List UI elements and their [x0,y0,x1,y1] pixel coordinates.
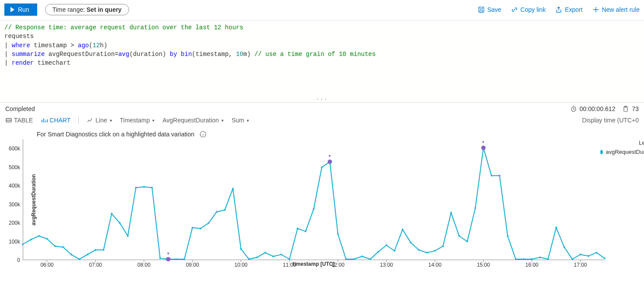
svg-point-23 [159,257,161,259]
svg-point-57 [434,250,436,252]
svg-point-8 [38,235,40,237]
measure-select[interactable]: AvgRequestDuration▾ [162,117,224,124]
tab-table[interactable]: TABLE [5,117,33,124]
svg-point-72 [555,227,557,229]
svg-point-79 [166,257,171,261]
x-tick: 08:00 [137,260,150,268]
y-tick: 500k [9,164,23,170]
y-tick: 600k [9,146,23,152]
svg-point-60 [458,235,460,237]
svg-point-58 [442,245,444,247]
svg-point-53 [402,229,403,230]
svg-point-18 [119,222,121,224]
svg-point-64 [490,175,492,177]
svg-point-54 [410,242,412,243]
svg-point-29 [208,222,210,224]
svg-point-68 [523,258,525,260]
svg-point-14 [87,254,88,255]
svg-point-13 [78,258,80,260]
chevron-down-icon: ▾ [110,118,112,123]
svg-point-43 [321,167,322,168]
save-icon [478,6,485,13]
x-tick: 13:00 [380,260,393,268]
svg-point-83 [481,146,486,150]
svg-point-15 [94,249,96,251]
save-button[interactable]: Save [478,6,501,13]
svg-point-45 [337,233,339,235]
svg-point-31 [224,209,226,211]
y-tick: 100k [9,239,23,245]
svg-point-65 [499,175,500,177]
x-tick: 14:00 [428,260,441,268]
time-range-pill[interactable]: Time range: Set in query [45,4,129,15]
clipboard-icon [622,105,629,112]
x-tick: 16:00 [525,260,539,268]
chart-type-select[interactable]: Line▾ [87,117,112,124]
svg-point-46 [345,258,347,260]
svg-point-33 [240,248,242,250]
y-tick: 300k [9,202,23,208]
chart-icon [41,117,48,124]
query-editor[interactable]: // Response time: average request durati… [0,21,644,103]
x-tick: 06:00 [40,260,53,268]
svg-text:▾: ▾ [482,139,484,144]
legend: Leg avgRequestDura [600,139,644,155]
svg-point-56 [426,252,428,254]
export-button[interactable]: Export [555,6,582,13]
xaxis-select[interactable]: Timestamp▾ [120,117,155,124]
x-tick: 11:00 [283,260,296,268]
svg-point-10 [54,245,56,247]
svg-rect-0 [479,7,484,12]
svg-point-12 [70,254,72,255]
tab-chart[interactable]: CHART [41,117,70,124]
link-icon [511,6,518,13]
svg-point-37 [273,256,274,257]
info-icon[interactable] [200,131,206,138]
svg-point-61 [466,241,468,243]
svg-point-50 [378,251,379,253]
svg-point-59 [450,212,452,214]
svg-point-17 [111,213,112,215]
svg-point-21 [143,186,145,188]
plus-icon [592,6,599,13]
svg-point-66 [507,235,508,237]
svg-point-28 [200,228,201,229]
svg-point-81 [328,160,332,164]
x-axis-label: timestamp [UTC] [23,261,605,267]
x-tick: 15:00 [477,260,490,268]
time-range-prefix: Time range: [52,6,87,13]
svg-point-22 [151,187,153,188]
separator [78,117,79,124]
x-tick: 17:00 [574,260,587,268]
svg-point-71 [547,258,549,260]
svg-point-67 [515,258,517,260]
svg-rect-1 [480,10,483,12]
svg-point-25 [175,258,177,260]
svg-point-77 [596,252,598,254]
svg-point-19 [127,235,129,237]
svg-text:▾: ▾ [167,251,169,256]
svg-point-16 [103,249,105,251]
svg-point-42 [313,208,315,210]
smart-diagnostics-hint: For Smart Diagnostics click on a highlig… [37,131,194,138]
y-tick: 0 [17,257,23,263]
svg-point-55 [418,249,420,251]
chart-plot[interactable]: avgRequestDuration ▾▾▾ Leg avgRequestDur… [23,139,605,260]
legend-dot-icon [600,150,603,154]
svg-point-41 [305,230,307,232]
x-tick: 10:00 [234,260,248,268]
aggregate-select[interactable]: Sum▾ [231,117,249,124]
chevron-down-icon: ▾ [152,118,154,123]
run-button[interactable]: Run [4,3,37,16]
new-alert-button[interactable]: New alert rule [592,6,640,13]
svg-point-73 [564,246,565,248]
copy-link-button[interactable]: Copy link [511,6,546,13]
svg-point-70 [539,257,541,258]
row-count: 73 [622,105,639,112]
svg-point-38 [280,254,282,255]
svg-point-27 [192,227,193,229]
svg-point-34 [248,258,250,260]
svg-point-40 [297,228,298,229]
svg-point-74 [571,258,573,260]
svg-point-7 [30,239,32,240]
